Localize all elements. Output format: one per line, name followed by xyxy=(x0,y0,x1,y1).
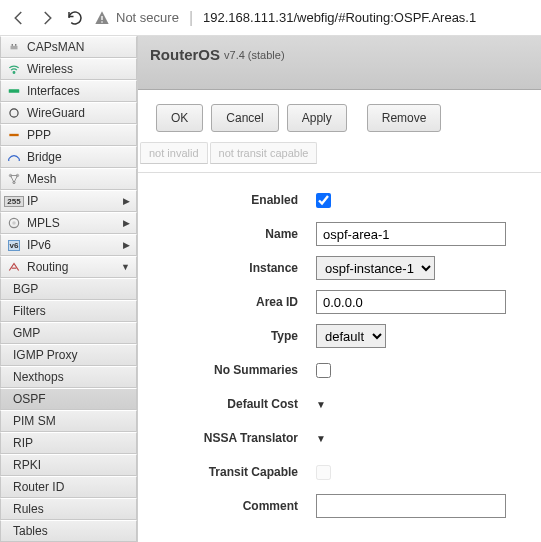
sidebar-sub-pim-sm[interactable]: PIM SM xyxy=(0,410,137,432)
sidebar-item-label: Mesh xyxy=(27,172,130,186)
label-nssa-translator: NSSA Translator xyxy=(156,431,316,445)
sidebar-item-bridge[interactable]: Bridge xyxy=(0,146,137,168)
sidebar-item-label: PIM SM xyxy=(13,414,130,428)
default-cost-expand-icon[interactable]: ▼ xyxy=(316,399,326,410)
apply-button[interactable]: Apply xyxy=(287,104,347,132)
sidebar-item-label: IPv6 xyxy=(27,238,117,252)
ipv6-icon: v6 xyxy=(7,238,21,252)
cancel-button[interactable]: Cancel xyxy=(211,104,278,132)
flag-not-invalid: not invalid xyxy=(140,142,208,164)
sidebar-item-label: Filters xyxy=(13,304,130,318)
comment-field[interactable] xyxy=(316,494,506,518)
sidebar-sub-ospf[interactable]: OSPF xyxy=(0,388,137,410)
security-indicator[interactable]: Not secure xyxy=(94,10,179,26)
mesh-icon xyxy=(7,172,21,186)
label-default-cost: Default Cost xyxy=(156,397,316,411)
instance-select[interactable]: ospf-instance-1 xyxy=(316,256,435,280)
url-text[interactable]: 192.168.111.31/webfig/#Routing:OSPF.Area… xyxy=(203,10,476,25)
if-icon xyxy=(7,84,21,98)
ok-button[interactable]: OK xyxy=(156,104,203,132)
sidebar-item-mesh[interactable]: Mesh xyxy=(0,168,137,190)
action-bar: OK Cancel Apply Remove xyxy=(138,90,541,142)
wifi-icon xyxy=(7,62,21,76)
sidebar-sub-igmp-proxy[interactable]: IGMP Proxy xyxy=(0,344,137,366)
status-flags: not invalid not transit capable xyxy=(140,142,541,164)
product-name: RouterOS xyxy=(150,46,220,63)
sidebar-item-capsman[interactable]: CAPsMAN xyxy=(0,36,137,58)
label-comment: Comment xyxy=(156,499,316,513)
reload-icon[interactable] xyxy=(66,9,84,27)
no-summaries-checkbox[interactable] xyxy=(316,363,331,378)
sidebar-sub-rip[interactable]: RIP xyxy=(0,432,137,454)
sidebar-item-label: PPP xyxy=(27,128,130,142)
forward-icon[interactable] xyxy=(38,9,56,27)
back-icon[interactable] xyxy=(10,9,28,27)
sidebar-item-wireless[interactable]: Wireless xyxy=(0,58,137,80)
sidebar-sub-filters[interactable]: Filters xyxy=(0,300,137,322)
sidebar-item-ip[interactable]: 255IP▶ xyxy=(0,190,137,212)
remove-button[interactable]: Remove xyxy=(367,104,442,132)
sidebar-item-label: WireGuard xyxy=(27,106,130,120)
ip-icon: 255 xyxy=(7,194,21,208)
sidebar-sub-tables[interactable]: Tables xyxy=(0,520,137,542)
name-field[interactable] xyxy=(316,222,506,246)
label-type: Type xyxy=(156,329,316,343)
ppp-icon xyxy=(7,128,21,142)
bridge-icon xyxy=(7,150,21,164)
sidebar: CAPsMANWirelessInterfacesWireGuardPPPBri… xyxy=(0,36,138,542)
nssa-translator-expand-icon[interactable]: ▼ xyxy=(316,433,326,444)
sidebar-sub-router-id[interactable]: Router ID xyxy=(0,476,137,498)
main-panel: RouterOS v7.4 (stable) OK Cancel Apply R… xyxy=(138,36,541,542)
sidebar-sub-rules[interactable]: Rules xyxy=(0,498,137,520)
svg-rect-1 xyxy=(101,21,102,22)
area-id-field[interactable] xyxy=(316,290,506,314)
sidebar-item-label: IGMP Proxy xyxy=(13,348,130,362)
sidebar-item-label: Rules xyxy=(13,502,130,516)
sidebar-item-label: Interfaces xyxy=(27,84,130,98)
sidebar-item-label: Wireless xyxy=(27,62,130,76)
sidebar-item-ipv6[interactable]: v6IPv6▶ xyxy=(0,234,137,256)
sidebar-sub-bgp[interactable]: BGP xyxy=(0,278,137,300)
sidebar-item-interfaces[interactable]: Interfaces xyxy=(0,80,137,102)
cap-icon xyxy=(7,40,21,54)
chevron-icon: ▼ xyxy=(121,262,130,272)
sidebar-item-label: Tables xyxy=(13,524,130,538)
svg-rect-2 xyxy=(11,46,18,50)
type-select[interactable]: default xyxy=(316,324,386,348)
svg-rect-4 xyxy=(9,89,20,93)
label-enabled: Enabled xyxy=(156,193,316,207)
sidebar-item-label: Bridge xyxy=(27,150,130,164)
sidebar-item-wireguard[interactable]: WireGuard xyxy=(0,102,137,124)
sidebar-sub-rpki[interactable]: RPKI xyxy=(0,454,137,476)
mpls-icon xyxy=(7,216,21,230)
product-version: v7.4 (stable) xyxy=(224,49,285,61)
warning-icon xyxy=(94,10,110,26)
label-instance: Instance xyxy=(156,261,316,275)
enabled-checkbox[interactable] xyxy=(316,193,331,208)
svg-rect-6 xyxy=(9,134,18,136)
sidebar-item-label: Router ID xyxy=(13,480,130,494)
title-bar: RouterOS v7.4 (stable) xyxy=(138,36,541,90)
sidebar-sub-gmp[interactable]: GMP xyxy=(0,322,137,344)
label-no-summaries: No Summaries xyxy=(156,363,316,377)
sidebar-item-label: MPLS xyxy=(27,216,117,230)
label-transit-capable: Transit Capable xyxy=(156,465,316,479)
sidebar-item-label: OSPF xyxy=(13,392,130,406)
routing-icon xyxy=(7,260,21,274)
sidebar-item-mpls[interactable]: MPLS▶ xyxy=(0,212,137,234)
insecure-label: Not secure xyxy=(116,10,179,25)
label-area-id: Area ID xyxy=(156,295,316,309)
sidebar-item-routing[interactable]: Routing▼ xyxy=(0,256,137,278)
sidebar-sub-nexthops[interactable]: Nexthops xyxy=(0,366,137,388)
svg-point-11 xyxy=(12,221,16,225)
transit-capable-checkbox xyxy=(316,465,331,480)
sidebar-item-ppp[interactable]: PPP xyxy=(0,124,137,146)
sidebar-item-label: RIP xyxy=(13,436,130,450)
chevron-icon: ▶ xyxy=(123,218,130,228)
wg-icon xyxy=(7,106,21,120)
url-separator: | xyxy=(189,9,193,27)
chevron-icon: ▶ xyxy=(123,196,130,206)
flag-not-transit: not transit capable xyxy=(210,142,318,164)
svg-rect-0 xyxy=(101,16,102,20)
sidebar-item-label: GMP xyxy=(13,326,130,340)
